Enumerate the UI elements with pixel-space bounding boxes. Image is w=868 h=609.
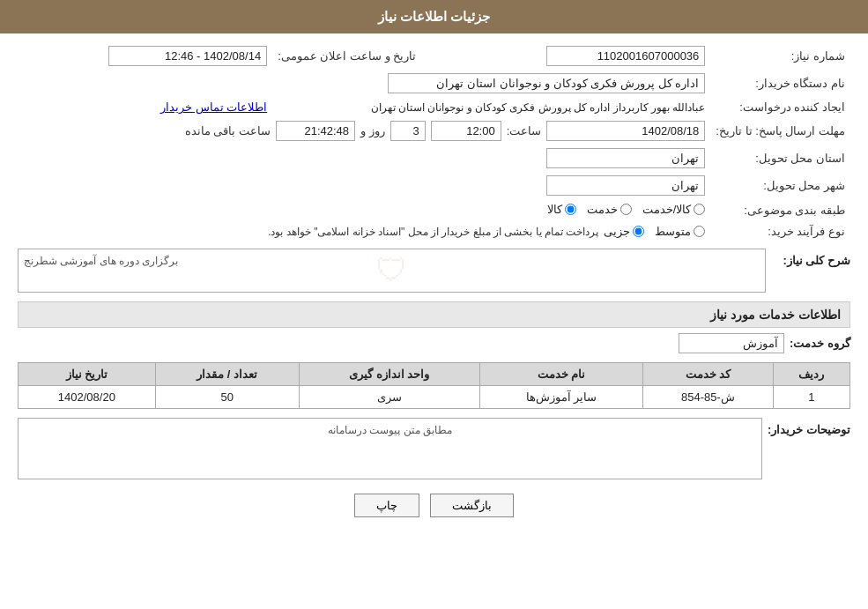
table-header-row: ردیف کد خدمت نام خدمت واحد اندازه گیری ت… [19,363,850,386]
row-shahr: شهر محل تحویل: تهران [18,172,850,199]
saat-label: ساعت: [507,124,542,137]
radio-motevasset-input[interactable] [694,226,705,237]
main-content: شماره نیاز: 1102001607000036 تاریخ و ساع… [0,33,868,526]
th-kod: کد خدمت [643,363,774,386]
value-shomare: 1102001607000036 [434,42,710,70]
shahr-box: تهران [546,175,705,196]
radio-jozii-label: جزیی [604,225,630,238]
baghimande-label: ساعت باقی مانده [185,124,271,137]
info-table: شماره نیاز: 1102001607000036 تاریخ و ساع… [18,42,850,241]
table-row: 1ش-85-854سایر آموزش‌هاسری501402/08/20 [19,386,850,409]
radio-jozii-input[interactable] [633,226,644,237]
ettelaat-tamas-cell: اطلاعات تماس خریدار [18,97,272,117]
page-wrapper: جزئیات اطلاعات نیاز شماره نیاز: 11020016… [0,0,868,609]
page-title: جزئیات اطلاعات نیاز [378,9,490,24]
label-tabaghe: طبقه بندی موضوعی: [710,199,850,221]
services-section-header: اطلاعات خدمات مورد نیاز [18,301,850,328]
shomare-niaz-box: 1102001607000036 [546,46,705,66]
toseeh-box: مطابق متن پیوست درسامانه [18,418,762,479]
farayand-radio-group: متوسط جزیی [604,225,705,238]
mohlat-roz-box: 3 [390,121,426,141]
toseeh-text: مطابق متن پیوست درسامانه [24,424,756,436]
buttons-row: بازگشت چاپ [18,494,850,517]
mohlat-row: 1402/08/18 ساعت: 12:00 3 روز و 21:42:48 … [23,121,705,141]
mohlat-date-box: 1402/08/18 [546,121,705,141]
label-mohlat: مهلت ارسال پاسخ: تا تاریخ: [710,117,850,145]
radio-kala-khedmat-input[interactable] [694,204,705,215]
tabaghe-radio-group: کالا/خدمت خدمت کالا [547,203,706,216]
row-mohlat: مهلت ارسال پاسخ: تا تاریخ: 1402/08/18 سا… [18,117,850,145]
services-table: ردیف کد خدمت نام خدمت واحد اندازه گیری ت… [18,362,850,409]
print-button[interactable]: چاپ [354,494,419,517]
group-value-box: آموزش [679,333,784,353]
tarikh-box: 1402/08/14 - 12:46 [108,46,267,66]
roz-label: روز و [360,124,385,137]
farayand-row: متوسط جزیی پرداخت تمام یا بخشی از مبلغ خ… [23,225,705,238]
label-ijad: ایجاد کننده درخواست: [710,97,850,117]
th-vahed: واحد اندازه گیری [299,363,479,386]
row-tabaghe: طبقه بندی موضوعی: کالا/خدمت خدمت [18,199,850,221]
radio-kala: کالا [547,203,576,216]
label-tarikh: تاریخ و ساعت اعلان عمومی: [272,42,434,70]
toseeh-box-wrapper: مطابق متن پیوست درسامانه [18,418,762,479]
farayand-note: پرداخت تمام یا بخشی از مبلغ خریدار از مح… [268,226,598,238]
row-shomare: شماره نیاز: 1102001607000036 تاریخ و ساع… [18,42,850,70]
th-radif: ردیف [773,363,849,386]
toseeh-section: توضیحات خریدار: مطابق متن پیوست درسامانه [18,418,850,479]
th-nam: نام خدمت [479,363,642,386]
th-tedad: تعداد / مقدار [155,363,299,386]
group-label: گروه خدمت: [790,337,850,350]
label-namdastgah: نام دستگاه خریدار: [710,70,850,97]
sharh-box-wrapper: 🛡 برگزاری دوره های آموزشی شطرنج [18,249,766,293]
label-ostan: استان محل تحویل: [710,145,850,172]
radio-kala-khedmat-label: کالا/خدمت [642,203,692,216]
value-namdastgah: اداره کل پرورش فکری کودکان و نوجوانان اس… [18,70,710,97]
radio-kala-input[interactable] [565,204,576,215]
value-tabaghe: کالا/خدمت خدمت کالا [18,199,710,221]
radio-motevasset-label: متوسط [655,225,691,238]
value-mohlat: 1402/08/18 ساعت: 12:00 3 روز و 21:42:48 … [18,117,710,145]
radio-khedmat-input[interactable] [620,204,632,215]
radio-motevasset: متوسط [655,225,705,238]
ettelaat-tamas-link[interactable]: اطلاعات تماس خریدار [160,100,267,114]
radio-jozii: جزیی [604,225,644,238]
radio-khedmat: خدمت [587,203,632,216]
page-header: جزئیات اطلاعات نیاز [0,0,868,33]
sharh-box: 🛡 برگزاری دوره های آموزشی شطرنج [18,249,766,293]
services-section: ردیف کد خدمت نام خدمت واحد اندازه گیری ت… [18,362,850,409]
back-button[interactable]: بازگشت [430,494,514,517]
ijad-text: عبادالله بهور کاربرداز اداره کل پرورش فک… [371,101,706,114]
sharh-section: شرح کلی نیاز: 🛡 برگزاری دوره های آموزشی … [18,249,850,293]
row-ijad: ایجاد کننده درخواست: عبادالله بهور کاربر… [18,97,850,117]
radio-kala-label: کالا [547,203,562,216]
value-tarikh: 1402/08/14 - 12:46 [18,42,272,70]
value-shahr: تهران [18,172,710,199]
sharh-text: برگزاری دوره های آموزشی شطرنج [24,255,760,267]
row-ostan: استان محل تحویل: تهران [18,145,850,172]
sharh-label: شرح کلی نیاز: [771,249,850,293]
namdastgah-box: اداره کل پرورش فکری کودکان و نوجوانان اس… [388,73,705,93]
group-row: گروه خدمت: آموزش [18,333,850,353]
value-ostan: تهران [18,145,710,172]
mohlat-baghimande-box: 21:42:48 [276,121,355,141]
radio-khedmat-label: خدمت [587,203,618,216]
value-ijad: عبادالله بهور کاربرداز اداره کل پرورش فک… [272,97,710,117]
value-farayand: متوسط جزیی پرداخت تمام یا بخشی از مبلغ خ… [18,221,710,241]
toseeh-label: توضیحات خریدار: [768,418,850,479]
th-tarikh: تاریخ نیاز [19,363,156,386]
radio-kala-khedmat: کالا/خدمت [642,203,706,216]
label-farayand: نوع فرآیند خرید: [710,221,850,241]
row-namdastgah: نام دستگاه خریدار: اداره کل پرورش فکری ک… [18,70,850,97]
mohlat-saat-box: 12:00 [431,121,501,141]
row-farayand: نوع فرآیند خرید: متوسط جزیی [18,221,850,241]
label-shomare: شماره نیاز: [710,42,850,70]
label-shahr: شهر محل تحویل: [710,172,850,199]
ostan-box: تهران [546,148,705,168]
